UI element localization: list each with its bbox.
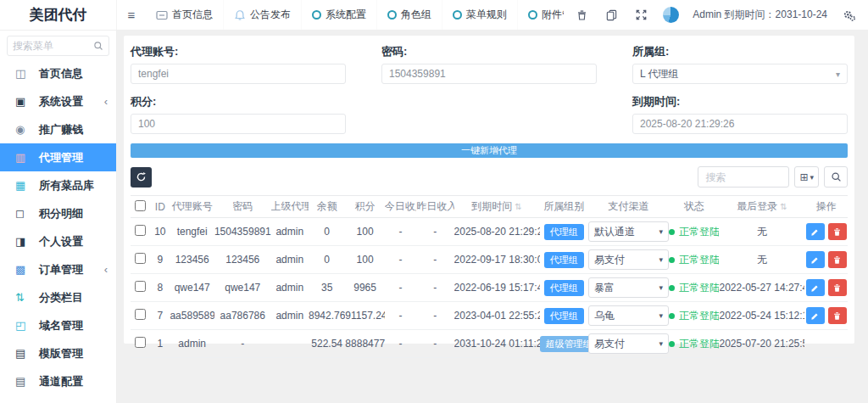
edit-button[interactable] bbox=[806, 279, 825, 296]
topbar-tab[interactable]: 首页信息 bbox=[146, 0, 224, 30]
trash-icon bbox=[832, 227, 842, 237]
password-cell: 1504359891 bbox=[214, 218, 271, 246]
column-header-label: 状态 bbox=[684, 200, 704, 212]
delete-button[interactable] bbox=[828, 307, 847, 324]
delete-button[interactable] bbox=[828, 223, 847, 240]
topbar-tab[interactable]: 附件管理 bbox=[518, 0, 564, 30]
sidebar-item[interactable]: ▦ 所有菜品库 bbox=[0, 171, 116, 199]
status-cell: 正常登陆 bbox=[669, 274, 720, 302]
topbar-tab[interactable]: 角色组 bbox=[377, 0, 442, 30]
sidebar-item[interactable]: ⇅ 分类栏目 bbox=[0, 283, 116, 311]
new-agent-form: 代理账号: 密码: 所属组: L 代理组 ▾ bbox=[131, 44, 848, 134]
payment-channel-select[interactable]: 默认通道 ▾ bbox=[588, 221, 669, 242]
sidebar-item[interactable]: ▤ 通道配置 bbox=[0, 367, 116, 395]
id-cell: 9 bbox=[150, 246, 170, 274]
sidebar-item[interactable]: ▥ 代理管理 bbox=[0, 143, 116, 171]
chevron-left-icon[interactable]: ‹ bbox=[104, 95, 108, 108]
sidebar-item[interactable]: ◰ 域名管理 bbox=[0, 311, 116, 339]
column-header-label: 代理账号 bbox=[172, 200, 213, 212]
sidebar-item-icon: ▣ bbox=[15, 96, 31, 107]
search-button[interactable] bbox=[824, 166, 848, 188]
fullscreen-icon[interactable] bbox=[633, 7, 649, 23]
row-checkbox[interactable] bbox=[135, 281, 146, 292]
today-income-cell: - bbox=[385, 246, 416, 274]
balance-cell: 0 bbox=[309, 218, 345, 246]
delete-button[interactable] bbox=[828, 251, 847, 268]
trash-icon bbox=[832, 311, 842, 321]
settings-gears-icon[interactable] bbox=[841, 7, 858, 24]
delete-button[interactable] bbox=[828, 279, 847, 296]
row-select-cell bbox=[131, 302, 150, 330]
table-row: 10 tengfei 1504359891 admin 0 100 - - 20… bbox=[131, 218, 848, 246]
hamburger-menu-icon[interactable]: ≡ bbox=[117, 0, 146, 30]
topbar-tab[interactable]: 公告发布 bbox=[224, 0, 302, 30]
edit-button[interactable] bbox=[806, 251, 825, 268]
columns-toggle-button[interactable]: ⊞ ▾ bbox=[794, 166, 819, 188]
actions-cell bbox=[804, 218, 848, 246]
payment-channel-select[interactable]: 易支付 ▾ bbox=[588, 249, 669, 270]
sort-icon[interactable]: ⇅ bbox=[780, 202, 787, 211]
select-all-checkbox[interactable] bbox=[135, 200, 146, 211]
add-agent-button[interactable]: 一键新增代理 bbox=[131, 143, 848, 158]
sidebar-item-label: 订单管理 bbox=[39, 262, 83, 277]
points-field: 积分: bbox=[131, 94, 346, 134]
sort-icon[interactable]: ⇅ bbox=[515, 202, 521, 211]
sidebar-item[interactable]: ▣ 系统设置 ‹ bbox=[0, 87, 116, 115]
sidebar-item-label: 通道配置 bbox=[39, 374, 83, 389]
expire-time-input[interactable] bbox=[632, 114, 848, 134]
sidebar-item-icon: ◰ bbox=[15, 320, 31, 331]
sidebar-item[interactable]: ◉ 推广赚钱 bbox=[0, 115, 116, 143]
expire-time-cell: 2022-06-19 15:17:42 bbox=[454, 274, 540, 302]
group-select[interactable]: L 代理组 ▾ bbox=[632, 64, 848, 84]
copy-icon[interactable] bbox=[604, 7, 620, 23]
column-header: 操作 bbox=[804, 196, 848, 218]
sidebar-item[interactable]: ▩ 订单管理 ‹ bbox=[0, 255, 116, 283]
payment-channel-value: 易支付 bbox=[594, 253, 625, 267]
row-checkbox[interactable] bbox=[135, 337, 146, 348]
password-input[interactable] bbox=[381, 64, 597, 84]
refresh-button[interactable] bbox=[131, 167, 152, 188]
edit-button[interactable] bbox=[806, 307, 825, 324]
row-checkbox[interactable] bbox=[135, 225, 146, 236]
column-header: 密码 bbox=[214, 196, 271, 218]
expire-time-cell: 2025-08-20 21:29:26 bbox=[454, 218, 540, 246]
expire-time-field: 到期时间: bbox=[632, 94, 848, 134]
trash-icon[interactable] bbox=[574, 7, 590, 23]
topbar-tab[interactable]: 菜单规则 bbox=[442, 0, 518, 30]
last-login-cell: 2022-05-24 15:12:14 bbox=[719, 302, 804, 330]
group-badge: 代理组 bbox=[544, 280, 584, 296]
sidebar-item-icon: ▤ bbox=[15, 348, 31, 359]
sidebar-item-label: 分类栏目 bbox=[39, 290, 83, 305]
sidebar-item[interactable]: ▤ 模版管理 bbox=[0, 339, 116, 367]
row-checkbox[interactable] bbox=[135, 309, 146, 320]
points-input[interactable] bbox=[131, 114, 346, 134]
topbar-tab-label: 系统配置 bbox=[326, 8, 366, 22]
sidebar-item-label: 推广赚钱 bbox=[39, 122, 83, 137]
topbar-tab[interactable]: 系统配置 bbox=[302, 0, 377, 30]
sidebar-item[interactable]: ◻ 积分明细 bbox=[0, 199, 116, 227]
sidebar-item[interactable]: ◫ 首页信息 bbox=[0, 59, 116, 87]
parent-agent-cell: admin bbox=[271, 302, 309, 330]
edit-button[interactable] bbox=[806, 223, 825, 240]
points-label: 积分: bbox=[131, 94, 346, 109]
sidebar-item[interactable]: ◨ 个人设置 bbox=[0, 227, 116, 255]
sidebar-search-input[interactable] bbox=[13, 40, 93, 52]
ring-icon bbox=[312, 10, 321, 20]
payment-channel-select[interactable]: 乌龟 ▾ bbox=[588, 305, 669, 326]
payment-channel-value: 易支付 bbox=[594, 337, 625, 351]
password-cell: qwe147 bbox=[214, 274, 271, 302]
chevron-left-icon[interactable]: ‹ bbox=[104, 263, 108, 276]
sidebar-item-icon: ⇅ bbox=[15, 292, 31, 303]
payment-channel-select[interactable]: 易支付 ▾ bbox=[588, 333, 669, 354]
table-search-input[interactable] bbox=[698, 166, 789, 188]
password-field: 密码: bbox=[381, 44, 597, 84]
agent-account-input[interactable] bbox=[131, 64, 346, 84]
pencil-icon bbox=[810, 227, 820, 237]
payment-channel-select[interactable]: 暴富 ▾ bbox=[588, 277, 669, 298]
row-checkbox[interactable] bbox=[135, 253, 146, 264]
pencil-icon bbox=[810, 255, 820, 265]
group-badge: 代理组 bbox=[544, 252, 584, 268]
expire-time-cell: 2022-09-17 18:30:03 bbox=[454, 246, 540, 274]
topbar-actions: Admin 到期时间：2031-10-24 bbox=[564, 0, 868, 30]
status-label: 正常登陆 bbox=[679, 254, 720, 266]
